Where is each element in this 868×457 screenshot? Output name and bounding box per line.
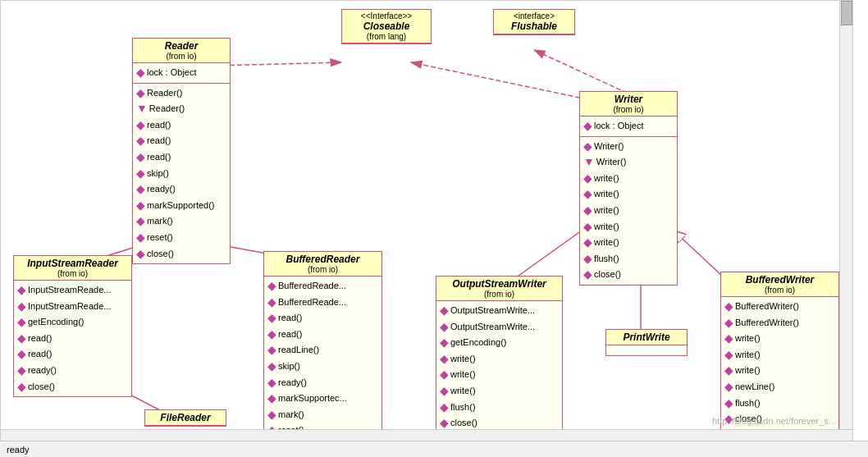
bufferedreader-from: (from io) [267, 265, 378, 274]
reader-methods: ◆Reader() ▼Reader() ◆read() ◆read() ◆rea… [133, 84, 230, 264]
inputstreamreader-name: InputStreamReader [17, 258, 128, 269]
closeable-header: <<Interface>> Closeable (from lang) [342, 10, 431, 43]
writer-attrs: ◆ lock : Object [580, 117, 677, 137]
bufferedreader-methods: ◆BufferedReade... ◆BufferedReade... ◆rea… [264, 276, 381, 443]
writer-methods: ◆Writer() ▼Writer() ◆write() ◆write() ◆w… [580, 137, 677, 285]
closeable-stereotype: <<Interface>> [345, 11, 427, 21]
closeable-from: (from lang) [345, 32, 427, 41]
flushable-box: <interface> Flushable [493, 9, 575, 35]
writer-box: Writer (from io) ◆ lock : Object ◆Writer… [579, 91, 678, 286]
printwrite-header: PrintWrite [606, 330, 687, 345]
outputstreamwriter-methods: ◆OutputStreamWrite... ◆OutputStreamWrite… [436, 301, 562, 433]
flushable-stereotype: <interface> [497, 11, 571, 21]
bufferedreader-name: BufferedReader [267, 254, 378, 265]
inputstreamreader-methods: ◆InputStreamReade... ◆InputStreamReade..… [14, 281, 131, 396]
inputstreamreader-from: (from io) [17, 269, 128, 278]
writer-attr-lock: ◆ lock : Object [583, 118, 674, 135]
closeable-box: <<Interface>> Closeable (from lang) [341, 9, 432, 44]
status-bar: ready [0, 441, 868, 457]
reader-header: Reader (from io) [133, 39, 230, 63]
reader-from: (from io) [136, 52, 226, 61]
scrollbar-vertical[interactable] [839, 1, 852, 443]
svg-line-1 [411, 62, 587, 99]
inputstreamreader-header: InputStreamReader (from io) [14, 256, 131, 281]
outputstreamwriter-name: OutputStreamWriter [440, 278, 559, 290]
diagram-container: <<Interface>> Closeable (from lang) <int… [0, 0, 853, 443]
filereader-box: FileReader [144, 409, 226, 427]
outputstreamwriter-header: OutputStreamWriter (from io) [436, 276, 562, 301]
bufferedwriter-box: BufferedWriter (from io) ◆BufferedWriter… [720, 272, 839, 430]
scrollbar-thumb-v[interactable] [841, 1, 852, 25]
closeable-name: Closeable [345, 21, 427, 32]
bufferedwriter-from: (from io) [724, 286, 835, 295]
filereader-name: FileReader [148, 412, 222, 423]
bufferedreader-box: BufferedReader (from io) ◆BufferedReade.… [263, 251, 382, 443]
flushable-header: <interface> Flushable [494, 10, 574, 34]
reader-name: Reader [136, 40, 226, 52]
writer-from: (from io) [583, 105, 674, 114]
status-text: ready [7, 445, 30, 455]
printwrite-name: PrintWrite [610, 331, 683, 343]
writer-header: Writer (from io) [580, 92, 677, 117]
bufferedwriter-methods: ◆BufferedWriter() ◆BufferedWriter() ◆wri… [721, 297, 838, 429]
outputstreamwriter-box: OutputStreamWriter (from io) ◆OutputStre… [436, 276, 563, 434]
reader-box: Reader (from io) ◆ lock : Object ◆Reader… [132, 38, 231, 264]
bufferedreader-header: BufferedReader (from io) [264, 252, 381, 276]
inputstreamreader-box: InputStreamReader (from io) ◆InputStream… [13, 255, 132, 397]
flushable-name: Flushable [497, 21, 571, 32]
watermark-text: http://blog.csdn.net/forever_s... [712, 416, 836, 426]
reader-attrs: ◆ lock : Object [133, 63, 230, 84]
writer-name: Writer [583, 94, 674, 105]
printwrite-box: PrintWrite [605, 329, 688, 356]
reader-attr-lock: ◆ lock : Object [136, 65, 226, 81]
filereader-header: FileReader [145, 410, 226, 426]
bufferedwriter-header: BufferedWriter (from io) [721, 272, 838, 297]
bufferedwriter-name: BufferedWriter [724, 274, 835, 286]
outputstreamwriter-from: (from io) [440, 290, 559, 299]
